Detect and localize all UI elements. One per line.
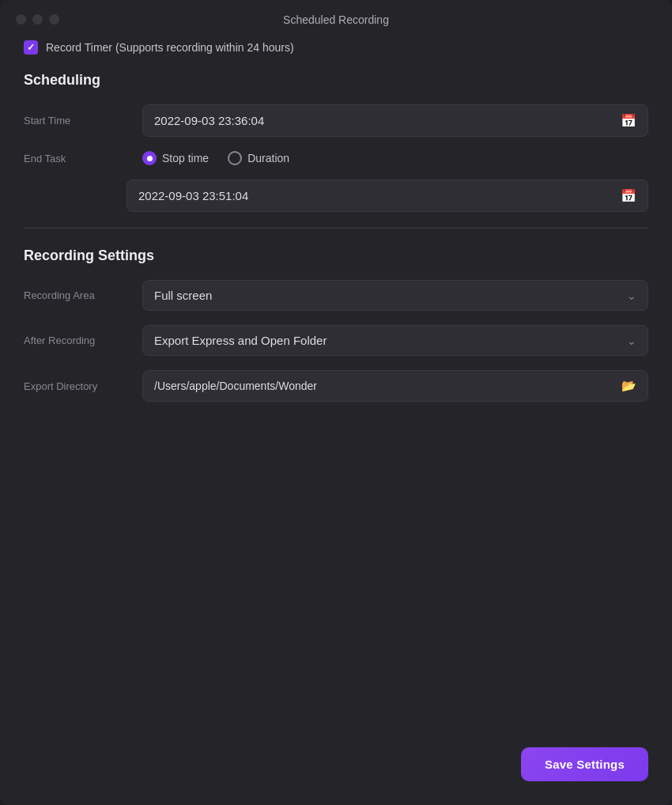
content-area: Record Timer (Supports recording within … <box>0 32 672 731</box>
recording-area-row: Recording Area Full screen ⌄ <box>24 280 648 311</box>
export-directory-value: /Users/apple/Documents/Wonder <box>154 380 317 392</box>
stop-time-radio[interactable] <box>142 151 157 165</box>
export-directory-field-wrap: /Users/apple/Documents/Wonder 📂 <box>142 370 648 402</box>
recording-area-field-wrap: Full screen ⌄ <box>142 280 648 311</box>
window-title: Scheduled Recording <box>283 13 389 26</box>
start-time-row: Start Time 2022-09-03 23:36:04 📅 <box>24 104 648 137</box>
after-recording-value: Export Express and Open Folder <box>154 334 327 347</box>
recording-area-chevron-icon: ⌄ <box>627 289 636 302</box>
duration-label: Duration <box>247 152 289 164</box>
scheduling-section: Scheduling Start Time 2022-09-03 23:36:0… <box>24 72 648 212</box>
end-task-label: End Task <box>24 153 126 164</box>
start-time-value: 2022-09-03 23:36:04 <box>154 114 264 127</box>
after-recording-chevron-icon: ⌄ <box>627 334 636 347</box>
scheduling-section-title: Scheduling <box>24 72 648 89</box>
recording-settings-title: Recording Settings <box>24 248 648 264</box>
start-time-input[interactable]: 2022-09-03 23:36:04 📅 <box>142 104 648 137</box>
export-directory-row: Export Directory /Users/apple/Documents/… <box>24 370 648 402</box>
stop-time-value: 2022-09-03 23:51:04 <box>138 189 248 202</box>
stop-time-option[interactable]: Stop time <box>142 151 209 165</box>
end-task-row: End Task Stop time Duration <box>24 151 648 165</box>
record-timer-row: Record Timer (Supports recording within … <box>24 40 648 55</box>
stop-time-input[interactable]: 2022-09-03 23:51:04 📅 <box>126 180 648 212</box>
record-timer-checkbox[interactable] <box>24 40 38 55</box>
section-divider <box>24 228 648 229</box>
record-timer-label: Record Timer (Supports recording within … <box>46 41 294 54</box>
start-time-field-wrap: 2022-09-03 23:36:04 📅 <box>142 104 648 137</box>
close-button[interactable] <box>16 14 26 25</box>
folder-icon[interactable]: 📂 <box>621 379 636 393</box>
recording-settings-section: Recording Settings Recording Area Full s… <box>24 248 648 402</box>
traffic-lights <box>16 14 59 25</box>
bottom-bar: Save Settings <box>0 731 672 805</box>
end-task-options: Stop time Duration <box>142 151 648 165</box>
after-recording-select[interactable]: Export Express and Open Folder ⌄ <box>142 325 648 356</box>
duration-radio[interactable] <box>228 151 242 165</box>
duration-option[interactable]: Duration <box>228 151 289 165</box>
save-settings-button[interactable]: Save Settings <box>521 747 648 781</box>
titlebar: Scheduled Recording <box>0 0 672 32</box>
after-recording-row: After Recording Export Express and Open … <box>24 325 648 356</box>
after-recording-label: After Recording <box>24 334 126 346</box>
end-task-date-field-wrap: 2022-09-03 23:51:04 📅 <box>126 180 648 212</box>
main-window: Scheduled Recording Record Timer (Suppor… <box>0 0 672 805</box>
minimize-button[interactable] <box>32 14 43 25</box>
end-task-date-row: 2022-09-03 23:51:04 📅 <box>24 180 648 212</box>
export-directory-input[interactable]: /Users/apple/Documents/Wonder 📂 <box>142 370 648 402</box>
start-time-label: Start Time <box>24 115 126 127</box>
stop-time-calendar-icon[interactable]: 📅 <box>621 188 636 203</box>
maximize-button[interactable] <box>49 14 59 25</box>
start-time-calendar-icon[interactable]: 📅 <box>621 113 636 128</box>
recording-area-label: Recording Area <box>24 289 126 301</box>
stop-time-label: Stop time <box>162 152 209 164</box>
recording-area-value: Full screen <box>154 289 212 302</box>
recording-area-select[interactable]: Full screen ⌄ <box>142 280 648 311</box>
export-directory-label: Export Directory <box>24 380 126 392</box>
after-recording-field-wrap: Export Express and Open Folder ⌄ <box>142 325 648 356</box>
